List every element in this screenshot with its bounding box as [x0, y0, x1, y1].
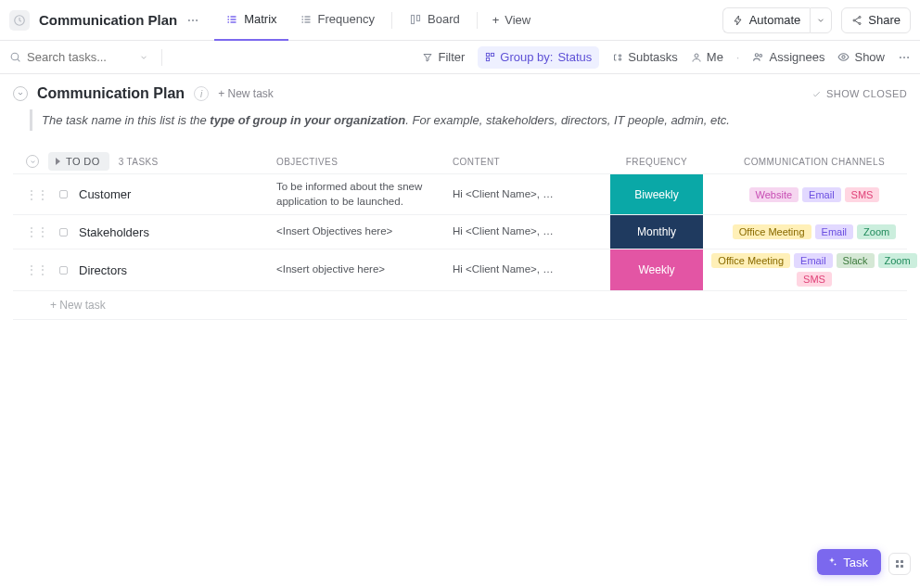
channel-tag[interactable]: Zoom [857, 224, 896, 239]
automate-dropdown[interactable] [810, 7, 832, 33]
col-frequency[interactable]: FREQUENCY [610, 157, 703, 167]
task-row[interactable]: ⋮⋮CustomerTo be informed about the snew … [13, 173, 907, 215]
status-checkbox[interactable] [59, 190, 68, 198]
svg-point-3 [196, 19, 198, 21]
svg-point-20 [859, 22, 861, 24]
filter-label: Filter [438, 50, 465, 64]
channel-tag[interactable]: Email [802, 187, 841, 202]
frequency-cell[interactable]: Monthly [610, 215, 703, 249]
add-view-button[interactable]: + View [483, 13, 541, 27]
status-checkbox[interactable] [59, 228, 68, 236]
channel-tag[interactable]: Office Meeting [711, 253, 790, 268]
channels-cell[interactable]: Office MeetingEmailSlackZoomSMS [703, 249, 920, 290]
drag-handle-icon[interactable]: ⋮⋮ [26, 188, 48, 201]
drag-handle-icon[interactable]: ⋮⋮ [26, 263, 48, 276]
svg-point-28 [842, 56, 845, 58]
list-icon [300, 13, 313, 26]
task-name[interactable]: Directors [79, 263, 127, 277]
task-name[interactable]: Customer [79, 187, 131, 201]
svg-point-18 [859, 16, 861, 18]
new-task-link-header[interactable]: + New task [218, 87, 274, 100]
subtasks-button[interactable]: Subtasks [612, 50, 677, 64]
col-channels[interactable]: COMMUNICATION CHANNELS [703, 157, 920, 167]
title-menu-icon[interactable] [186, 14, 199, 27]
svg-rect-5 [231, 16, 236, 18]
svg-rect-35 [901, 565, 903, 568]
content-cell[interactable]: Hi <Client Name>, … [453, 257, 610, 283]
view-tab-frequency[interactable]: Frequency [288, 0, 386, 41]
objectives-cell[interactable]: To be informed about the snew applicatio… [276, 174, 453, 214]
view-tab-board[interactable]: Board [398, 0, 471, 41]
svg-rect-6 [228, 19, 230, 20]
check-icon [811, 89, 822, 99]
col-content[interactable]: CONTENT [453, 157, 610, 167]
chevron-down-icon[interactable] [139, 53, 148, 62]
toolbar: Filter Group by: Status Subtasks Me · As… [0, 41, 920, 74]
channel-tag[interactable]: SMS [845, 187, 880, 202]
svg-rect-11 [304, 16, 310, 18]
frequency-cell[interactable]: Biweekly [610, 174, 703, 214]
svg-rect-14 [301, 21, 303, 23]
svg-rect-16 [412, 15, 415, 23]
top-bar: Communication Plan Matrix Frequency Boar… [0, 0, 920, 41]
channel-tag[interactable]: Zoom [878, 253, 917, 268]
more-icon[interactable] [898, 51, 911, 64]
group-by-button[interactable]: Group by: Status [478, 46, 599, 69]
channel-tag[interactable]: Website [749, 187, 799, 202]
list-icon [225, 13, 238, 26]
col-objectives[interactable]: OBJECTIVES [276, 157, 453, 167]
apps-grid-button[interactable] [888, 553, 911, 575]
share-button[interactable]: Share [841, 7, 911, 33]
svg-rect-22 [487, 53, 490, 56]
search-input[interactable] [27, 50, 134, 64]
collapse-status-toggle[interactable] [26, 155, 39, 168]
view-separator [477, 12, 478, 29]
sparkle-icon [826, 556, 837, 568]
plus-icon: + [492, 13, 500, 27]
content-cell[interactable]: Hi <Client Name>, … [453, 219, 610, 245]
show-closed-toggle[interactable]: SHOW CLOSED [811, 88, 907, 99]
channels-cell[interactable]: Office MeetingEmailZoom [703, 221, 920, 243]
subtasks-label: Subtasks [628, 50, 677, 64]
channel-tag[interactable]: Email [794, 253, 833, 268]
collapse-toggle[interactable] [13, 86, 28, 101]
frequency-cell[interactable]: Weekly [610, 249, 703, 290]
new-task-footer[interactable]: + New task [13, 291, 907, 320]
share-label: Share [868, 13, 901, 27]
svg-rect-7 [231, 19, 236, 20]
objectives-cell[interactable]: <Insert Objectives here> [276, 219, 453, 245]
svg-point-1 [188, 19, 190, 21]
search-box[interactable] [9, 50, 148, 64]
column-headers: TO DO 3 TASKS OBJECTIVES CONTENT FREQUEN… [13, 149, 907, 173]
status-checkbox[interactable] [59, 266, 68, 275]
channel-tag[interactable]: Office Meeting [733, 224, 811, 239]
channel-tag[interactable]: Slack [837, 253, 875, 268]
add-view-label: View [505, 13, 530, 27]
status-pill[interactable]: TO DO [48, 152, 109, 171]
svg-point-29 [900, 57, 901, 58]
info-icon[interactable]: i [194, 86, 209, 101]
me-button[interactable]: Me [691, 50, 723, 64]
show-closed-label: SHOW CLOSED [826, 88, 907, 99]
svg-rect-32 [896, 560, 899, 563]
channel-tag[interactable]: SMS [797, 272, 832, 287]
me-label: Me [707, 50, 723, 64]
drag-handle-icon[interactable]: ⋮⋮ [26, 225, 48, 238]
filter-button[interactable]: Filter [422, 50, 465, 64]
automate-button[interactable]: Automate [722, 7, 811, 33]
task-row[interactable]: ⋮⋮Stakeholders<Insert Objectives here>Hi… [13, 214, 907, 249]
channels-cell[interactable]: WebsiteEmailSMS [703, 184, 920, 206]
view-tab-matrix[interactable]: Matrix [214, 0, 288, 41]
content-area: Communication Plan i + New task SHOW CLO… [0, 74, 920, 320]
task-row[interactable]: ⋮⋮Directors<Insert objective here>Hi <Cl… [13, 249, 907, 291]
objectives-cell[interactable]: <Insert objective here> [276, 257, 453, 283]
users-icon [752, 51, 764, 63]
channel-tag[interactable]: Email [815, 224, 854, 239]
task-name[interactable]: Stakeholders [79, 225, 149, 239]
assignees-button[interactable]: Assignees [752, 50, 824, 64]
svg-rect-15 [304, 21, 310, 23]
show-button[interactable]: Show [837, 50, 885, 64]
content-cell[interactable]: Hi <Client Name>, … [453, 182, 610, 208]
svg-rect-24 [487, 58, 490, 60]
new-task-float-button[interactable]: Task [817, 549, 881, 575]
